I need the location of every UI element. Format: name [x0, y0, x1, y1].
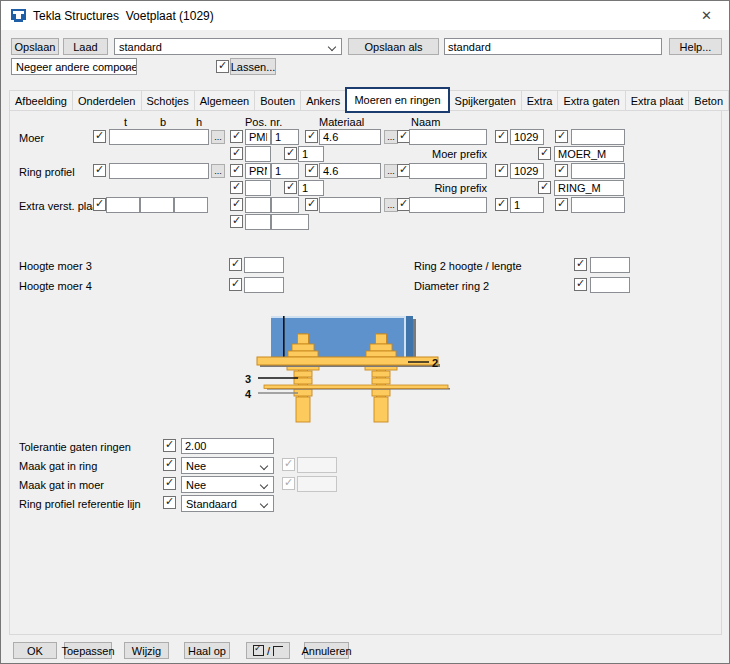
ring-klasse-field[interactable] [510, 163, 544, 179]
moer-profiel-field[interactable] [109, 129, 209, 145]
gat-ring-combo[interactable]: Nee [181, 457, 274, 474]
checkbox-hoogte-moer-3[interactable] [229, 258, 242, 271]
checkbox-ring-sub[interactable] [230, 181, 243, 194]
checkbox-moer-eind[interactable] [555, 130, 568, 143]
ring-profiel-browse-button[interactable]: ... [211, 164, 225, 178]
ring-eind-field[interactable] [571, 163, 625, 179]
ring-profiel-field[interactable] [109, 163, 209, 179]
checkbox-ring2-hoogte[interactable] [574, 258, 587, 271]
checkbox-tolerantie[interactable] [163, 439, 176, 452]
ring2-hoogte-field[interactable] [590, 257, 630, 273]
negeer-combo[interactable]: Negeer andere compone [11, 58, 137, 75]
moer-prefix-field[interactable] [554, 146, 624, 162]
ring-naam-field[interactable] [409, 163, 487, 179]
moer-materiaal-field[interactable] [319, 129, 381, 145]
checkbox-ring-prefix[interactable] [538, 181, 551, 194]
tab-extra[interactable]: Extra [521, 90, 559, 111]
tolerantie-field[interactable] [181, 438, 274, 454]
ring-prefix-field[interactable] [554, 180, 624, 196]
annuleren-button[interactable]: Annuleren [304, 642, 349, 659]
checkbox-gat-ring[interactable] [163, 458, 176, 471]
lassen-button[interactable]: Lassen... [230, 58, 276, 75]
checkbox-ring-eind[interactable] [555, 164, 568, 177]
checkbox-extra-materiaal[interactable] [305, 198, 318, 211]
checkbox-lassen[interactable] [216, 60, 229, 73]
moer-pos-prefix-field[interactable] [245, 129, 271, 145]
extra-t-field[interactable] [106, 197, 140, 213]
tab-extra-plaat[interactable]: Extra plaat [625, 90, 690, 111]
extra-eind-field[interactable] [571, 197, 625, 213]
checkbox-diameter-ring2[interactable] [574, 278, 587, 291]
checkbox-ring-pos[interactable] [230, 164, 243, 177]
gat-moer-combo[interactable]: Nee [181, 476, 274, 493]
checkbox-moer-prefix[interactable] [538, 147, 551, 160]
ref-lijn-combo[interactable]: Standaard [181, 495, 274, 512]
tab-ankers[interactable]: Ankers [300, 90, 346, 111]
extra-naam-field[interactable] [409, 197, 487, 213]
extra-b-field[interactable] [140, 197, 174, 213]
checkbox-extra-afmetingen[interactable] [93, 198, 106, 211]
ring-pos-prefix-field[interactable] [245, 163, 271, 179]
checkbox-extra-pos[interactable] [230, 198, 243, 211]
close-icon[interactable]: ✕ [684, 1, 729, 30]
extra-materiaal-field[interactable] [319, 197, 381, 213]
moer-klasse-field[interactable] [510, 129, 544, 145]
tab-moeren-en-ringen[interactable]: Moeren en ringen [345, 87, 449, 113]
checkbox-extra-eind[interactable] [555, 198, 568, 211]
tab-bouten[interactable]: Bouten [254, 90, 301, 111]
checkbox-ring-materiaal[interactable] [305, 164, 318, 177]
extra-h-field[interactable] [174, 197, 208, 213]
opslaan-button[interactable]: Opslaan [11, 38, 59, 55]
tab-afbeelding[interactable]: Afbeelding [9, 90, 73, 111]
checkbox-moer-profiel[interactable] [93, 130, 106, 143]
laad-button[interactable]: Laad [63, 38, 108, 55]
checkbox-moer-sub-pos[interactable] [284, 147, 297, 160]
haal-op-button[interactable]: Haal op [184, 642, 230, 659]
opslaan-als-input[interactable] [444, 38, 662, 55]
moer-eind-field[interactable] [571, 129, 625, 145]
opslaan-als-button[interactable]: Opslaan als [348, 38, 439, 55]
extra-materiaal-browse-button[interactable]: ... [384, 198, 398, 212]
tab-spijkergaten[interactable]: Spijkergaten [449, 90, 522, 111]
extra-pos-nr-field[interactable] [271, 197, 299, 213]
tab-schotjes[interactable]: Schotjes [141, 90, 195, 111]
moer-sub-pos-field[interactable] [298, 146, 324, 162]
extra-klasse-field[interactable] [510, 197, 544, 213]
checkbox-gat-moer[interactable] [163, 477, 176, 490]
checkbox-ring-sub-pos[interactable] [284, 181, 297, 194]
moer-materiaal-browse-button[interactable]: ... [384, 130, 398, 144]
extra-sub-field-1[interactable] [245, 214, 271, 230]
checkbox-hoogte-moer-4[interactable] [229, 278, 242, 291]
checkbox-moer-pos[interactable] [230, 130, 243, 143]
tab-algemeen[interactable]: Algemeen [194, 90, 256, 111]
moer-pos-nr-field[interactable] [271, 129, 299, 145]
hoogte-moer-3-field[interactable] [244, 257, 284, 273]
extra-pos-prefix-field[interactable] [245, 197, 271, 213]
wijzig-button[interactable]: Wijzig [124, 642, 169, 659]
preset-combo[interactable]: standard [114, 38, 342, 55]
checkbox-moer-klasse[interactable] [495, 130, 508, 143]
tab-onderdelen[interactable]: Onderdelen [72, 90, 142, 111]
ring-pos-nr-field[interactable] [271, 163, 299, 179]
checkbox-moer-sub[interactable] [230, 147, 243, 160]
tab-extra-gaten[interactable]: Extra gaten [557, 90, 625, 111]
checkbox-extra-klasse[interactable] [495, 198, 508, 211]
moer-profiel-browse-button[interactable]: ... [211, 130, 225, 144]
checkbox-moer-materiaal[interactable] [305, 130, 318, 143]
moer-sub-field[interactable] [245, 146, 271, 162]
checkbox-ref-lijn[interactable] [163, 496, 176, 509]
ok-button[interactable]: OK [13, 642, 57, 659]
moer-naam-field[interactable] [409, 129, 487, 145]
ring-sub-field[interactable] [245, 180, 271, 196]
checkbox-ring-profiel[interactable] [93, 164, 106, 177]
toggle-all-checkboxes-button[interactable]: / [246, 642, 290, 659]
ring-materiaal-browse-button[interactable]: ... [384, 164, 398, 178]
checkbox-ring-klasse[interactable] [495, 164, 508, 177]
ring-sub-pos-field[interactable] [298, 180, 324, 196]
diameter-ring2-field[interactable] [590, 277, 630, 293]
tab-beton[interactable]: Beton [688, 90, 729, 111]
toepassen-button[interactable]: Toepassen [64, 642, 112, 659]
hoogte-moer-4-field[interactable] [244, 277, 284, 293]
ring-materiaal-field[interactable] [319, 163, 381, 179]
help-button[interactable]: Help... [669, 38, 722, 55]
